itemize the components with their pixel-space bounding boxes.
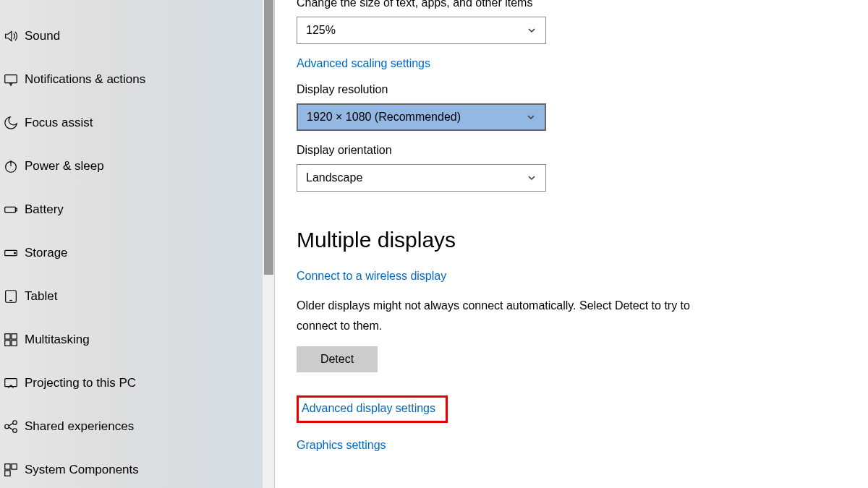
connect-wireless-display-link[interactable]: Connect to a wireless display	[297, 270, 446, 283]
sidebar-item-projecting[interactable]: Projecting to this PC	[0, 361, 275, 405]
sidebar-item-battery[interactable]: Battery	[0, 188, 275, 231]
focus-assist-icon	[0, 115, 25, 131]
svg-rect-9	[15, 208, 17, 211]
graphics-settings-link[interactable]: Graphics settings	[297, 439, 386, 452]
svg-line-23	[9, 427, 13, 430]
nav-label: Battery	[25, 202, 64, 217]
sidebar-item-multitasking[interactable]: Multitasking	[0, 318, 275, 361]
svg-point-21	[13, 429, 17, 433]
svg-point-11	[14, 252, 16, 254]
sidebar-item-notifications[interactable]: Notifications & actions	[0, 58, 275, 101]
scale-label: Change the size of text, apps, and other…	[297, 0, 803, 9]
nav-label: Multitasking	[25, 333, 90, 347]
sidebar-scrollbar[interactable]	[263, 0, 275, 488]
svg-rect-26	[5, 471, 10, 476]
svg-rect-14	[5, 334, 10, 339]
nav-label: System Components	[25, 463, 139, 477]
chevron-down-icon	[527, 173, 537, 183]
svg-rect-15	[12, 334, 17, 339]
sound-icon	[0, 28, 25, 44]
advanced-display-settings-highlight: Advanced display settings	[297, 395, 448, 423]
nav-label: Storage	[25, 246, 68, 260]
svg-marker-3	[6, 32, 12, 41]
tablet-icon	[0, 288, 25, 304]
detect-help-text: Older displays might not always connect …	[297, 296, 702, 336]
settings-sidebar: Display Sound Notifications & actions Fo…	[0, 0, 275, 488]
chevron-down-icon	[527, 25, 537, 35]
scale-dropdown[interactable]: 125%	[297, 17, 546, 44]
sidebar-item-tablet[interactable]: Tablet	[0, 275, 275, 318]
orientation-value: Landscape	[306, 171, 362, 184]
orientation-label: Display orientation	[297, 144, 803, 157]
svg-rect-24	[5, 464, 10, 469]
sidebar-item-system-components[interactable]: System Components	[0, 448, 275, 488]
scale-value: 125%	[306, 24, 336, 37]
orientation-dropdown[interactable]: Landscape	[297, 164, 546, 192]
svg-point-20	[13, 421, 17, 425]
nav-label: Focus assist	[25, 116, 93, 130]
svg-rect-4	[5, 75, 17, 83]
sidebar-item-shared-experiences[interactable]: Shared experiences	[0, 405, 275, 448]
nav-label: Projecting to this PC	[25, 376, 136, 390]
sidebar-item-power-sleep[interactable]: Power & sleep	[0, 145, 275, 188]
chevron-down-icon	[526, 112, 536, 122]
sidebar-item-sound[interactable]: Sound	[0, 14, 275, 58]
nav-label: Sound	[25, 29, 60, 43]
storage-icon	[0, 245, 25, 261]
multiple-displays-heading: Multiple displays	[297, 228, 803, 252]
notifications-icon	[0, 72, 25, 87]
multitasking-icon	[0, 332, 25, 348]
resolution-dropdown[interactable]: 1920 × 1080 (Recommended)	[297, 103, 546, 131]
sidebar-item-display[interactable]: Display	[0, 0, 275, 14]
svg-marker-5	[9, 83, 12, 86]
battery-icon	[0, 202, 25, 218]
shared-experiences-icon	[0, 419, 25, 435]
svg-rect-16	[5, 341, 10, 346]
nav-label: Notifications & actions	[25, 72, 145, 87]
sidebar-item-focus-assist[interactable]: Focus assist	[0, 101, 275, 145]
detect-button[interactable]: Detect	[297, 346, 378, 372]
nav-label: Shared experiences	[25, 419, 134, 434]
svg-rect-25	[12, 464, 17, 469]
system-components-icon	[0, 462, 25, 478]
nav-label: Power & sleep	[25, 159, 104, 174]
sidebar-item-storage[interactable]: Storage	[0, 231, 275, 275]
projecting-icon	[0, 375, 25, 391]
scroll-thumb[interactable]	[264, 0, 273, 275]
display-icon	[0, 0, 25, 1]
advanced-scaling-link[interactable]: Advanced scaling settings	[297, 57, 430, 70]
svg-rect-8	[5, 207, 16, 212]
display-settings-main: Change the size of text, apps, and other…	[275, 0, 868, 488]
resolution-value: 1920 × 1080 (Recommended)	[307, 111, 461, 124]
svg-point-19	[5, 424, 9, 429]
svg-line-22	[9, 423, 13, 426]
advanced-display-settings-link[interactable]: Advanced display settings	[302, 402, 435, 415]
nav-label: Tablet	[25, 289, 57, 304]
power-icon	[0, 158, 25, 174]
svg-rect-17	[12, 341, 17, 346]
resolution-label: Display resolution	[297, 83, 803, 96]
